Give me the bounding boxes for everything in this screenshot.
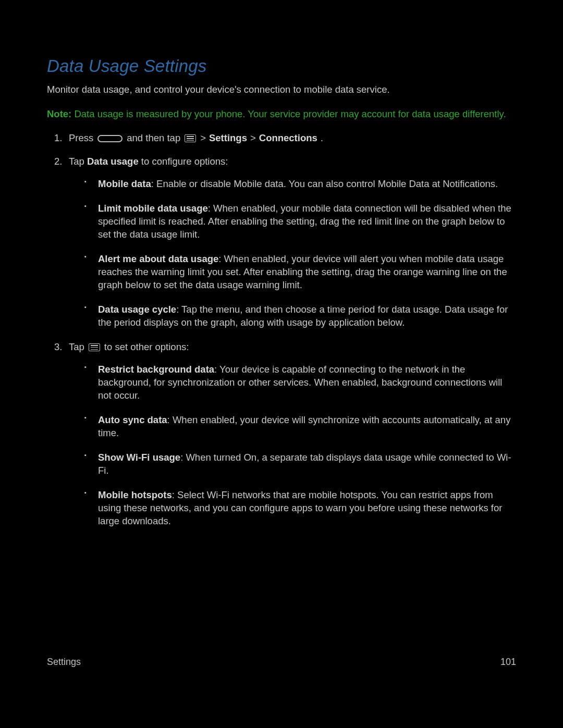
item-bold: Limit mobile data usage (98, 203, 208, 214)
step1-andthen: and then tap (127, 132, 180, 145)
list-item: Restrict background data: Your device is… (98, 363, 516, 402)
footer-page-number: 101 (500, 656, 516, 668)
list-item: Data usage cycle: Tap the menu, and then… (98, 303, 516, 329)
intro-text: Monitor data usage, and control your dev… (47, 83, 516, 96)
page-footer: Settings 101 (47, 656, 516, 668)
menu-icon (89, 343, 100, 351)
steps-list: Press and then tap > Settings > Connecti… (47, 132, 516, 527)
step1-gt2: > (250, 132, 256, 145)
step1-dot: . (321, 132, 323, 145)
step2-post: to configure options: (139, 156, 228, 167)
note-text: Data usage is measured by your phone. Yo… (71, 108, 506, 119)
step-1: Press and then tap > Settings > Connecti… (69, 132, 516, 145)
footer-section: Settings (47, 656, 81, 668)
home-button-icon (97, 135, 123, 142)
step1-connections: Connections (259, 132, 317, 145)
item-bold: Alert me about data usage (98, 253, 218, 264)
item-bold: Auto sync data (98, 414, 167, 425)
item-bold: Show Wi-Fi usage (98, 452, 180, 463)
step1-settings: Settings (209, 132, 247, 145)
step-3: Tap to set other options: Restrict backg… (69, 341, 516, 528)
list-item: Show Wi-Fi usage: When turned On, a sepa… (98, 451, 516, 477)
page-title: Data Usage Settings (47, 55, 516, 78)
step3-post: to set other options: (104, 341, 189, 354)
item-rest: : Enable or disable Mobile data. You can… (151, 178, 498, 189)
document-page: Data Usage Settings Monitor data usage, … (47, 55, 516, 672)
step-2: Tap Data usage to configure options: Mob… (69, 155, 516, 329)
list-item: Limit mobile data usage: When enabled, y… (98, 202, 516, 241)
note-label: Note: (47, 108, 71, 119)
step2-pre: Tap (69, 156, 87, 167)
step3-sublist: Restrict background data: Your device is… (69, 363, 516, 528)
list-item: Auto sync data: When enabled, your devic… (98, 414, 516, 440)
item-bold: Mobile hotspots (98, 489, 172, 500)
step1-gt1: > (200, 132, 206, 145)
menu-icon (185, 134, 196, 142)
step3-pre: Tap (69, 341, 84, 354)
list-item: Alert me about data usage: When enabled,… (98, 253, 516, 292)
step2-sublist: Mobile data: Enable or disable Mobile da… (69, 178, 516, 329)
item-bold: Data usage cycle (98, 304, 176, 315)
list-item: Mobile data: Enable or disable Mobile da… (98, 178, 516, 191)
item-bold: Restrict background data (98, 364, 214, 375)
item-bold: Mobile data (98, 178, 151, 189)
step2-bold: Data usage (87, 156, 139, 167)
list-item: Mobile hotspots: Select Wi-Fi networks t… (98, 489, 516, 528)
step1-press: Press (69, 132, 93, 145)
note-block: Note: Data usage is measured by your pho… (47, 108, 516, 121)
